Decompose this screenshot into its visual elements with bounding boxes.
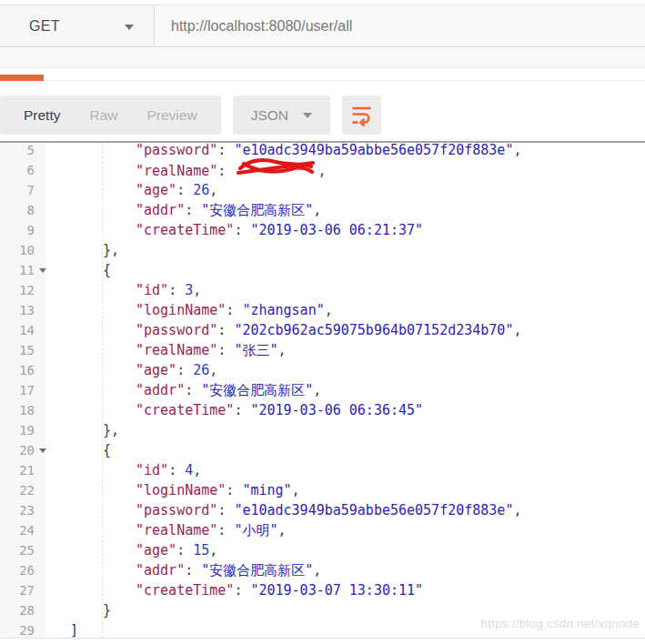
line-number: 20 <box>19 443 35 458</box>
code-line: 14"password": "202cb962ac59075b964b07152… <box>0 320 645 340</box>
line-number: 17 <box>19 383 35 397</box>
code-line: 20{ <box>0 440 645 460</box>
gutter-cell: 19 <box>0 420 45 440</box>
code-line-text: "realName": "小明", <box>45 520 645 540</box>
gutter-cell: 8 <box>0 200 45 220</box>
url-bar: GET http://localhost:8080/user/all <box>0 5 645 47</box>
language-select[interactable]: JSON <box>233 96 330 135</box>
url-input[interactable]: http://localhost:8080/user/all <box>155 5 645 46</box>
code-line-text: "createTime": "2019-03-07 13:30:11" <box>45 580 645 600</box>
gutter-cell: 23 <box>0 500 45 520</box>
line-number: 19 <box>19 423 35 438</box>
code-line-text: "age": 15, <box>45 540 645 560</box>
text-wrap-button[interactable] <box>342 96 381 135</box>
code-line: 25"age": 15, <box>0 540 645 560</box>
code-line: 26"addr": "安徽合肥高新区", <box>0 560 645 580</box>
line-number: 13 <box>19 303 35 317</box>
code-line-text: { <box>45 260 645 280</box>
view-mode-group: Pretty Raw Preview <box>0 96 221 135</box>
gutter-cell: 9 <box>0 220 45 240</box>
gutter-cell: 26 <box>0 560 45 580</box>
gutter-cell: 13 <box>0 300 45 320</box>
gutter-cell: 20 <box>0 440 45 460</box>
gutter-cell: 11 <box>0 260 45 280</box>
code-line-text: "loginName": "zhangsan", <box>45 300 645 320</box>
active-tab-indicator <box>0 75 44 81</box>
gutter-cell: 15 <box>0 340 45 360</box>
gutter-cell: 6 <box>0 160 45 180</box>
method-label: GET <box>29 18 60 35</box>
gutter-cell: 5 <box>0 141 45 160</box>
response-meta-strip <box>0 48 645 68</box>
text-wrap-icon <box>350 104 373 127</box>
divider <box>0 80 645 81</box>
gutter-cell: 10 <box>0 240 45 260</box>
line-number: 6 <box>27 163 35 177</box>
line-number: 7 <box>27 183 35 197</box>
gutter-cell: 27 <box>0 580 45 600</box>
code-line: 23"password": "e10adc3949ba59abbe56e057f… <box>0 500 645 520</box>
code-line-text: "realName": , <box>45 160 645 180</box>
line-number: 15 <box>19 343 35 357</box>
code-line: 16"age": 26, <box>0 360 645 380</box>
method-select[interactable]: GET <box>0 5 155 46</box>
tab-preview[interactable]: Preview <box>133 107 212 124</box>
gutter-cell: 12 <box>0 280 45 300</box>
line-number: 29 <box>19 623 35 638</box>
line-number: 10 <box>19 243 35 257</box>
gutter-cell: 14 <box>0 320 45 340</box>
response-body-panel: 5"password": "e10adc3949ba59abbe56e057f2… <box>0 141 645 639</box>
line-number: 12 <box>19 283 35 297</box>
gutter-cell: 21 <box>0 460 45 480</box>
code-line: 15"realName": "张三", <box>0 340 645 360</box>
language-select-value: JSON <box>251 107 288 124</box>
redaction-scribble <box>236 156 316 182</box>
code-line: 21"id": 4, <box>0 460 645 480</box>
gutter-cell: 28 <box>0 600 45 620</box>
code-line: 11{ <box>0 260 645 280</box>
code-line-text: "createTime": "2019-03-06 06:36:45" <box>45 400 645 420</box>
code-line-text: "realName": "张三", <box>45 340 645 360</box>
code-line-text: "age": 26, <box>45 360 645 380</box>
line-number: 23 <box>19 503 35 518</box>
code-line: 27"createTime": "2019-03-07 13:30:11" <box>0 580 645 600</box>
tab-pretty[interactable]: Pretty <box>9 107 75 124</box>
code-line-text: }, <box>45 240 645 260</box>
line-number: 9 <box>27 223 35 237</box>
tab-raw[interactable]: Raw <box>75 107 132 124</box>
gutter-cell: 29 <box>0 620 45 639</box>
code-line: 19}, <box>0 420 645 440</box>
gutter-cell: 25 <box>0 540 45 560</box>
line-number: 24 <box>19 523 35 538</box>
line-number: 5 <box>27 143 35 157</box>
line-number: 8 <box>27 203 35 217</box>
code-line-text: "createTime": "2019-03-06 06:21:37" <box>45 220 645 240</box>
line-number: 25 <box>19 543 35 558</box>
code-line-text: "age": 26, <box>45 180 645 200</box>
fold-caret-icon[interactable] <box>39 448 46 453</box>
code-line-text: "password": "e10adc3949ba59abbe56e057f20… <box>45 141 645 160</box>
code-line-text: "loginName": "ming", <box>45 480 645 500</box>
code-line-text: }, <box>45 420 645 440</box>
code-line-text: "addr": "安徽合肥高新区", <box>45 560 645 580</box>
code-line-text: "addr": "安徽合肥高新区", <box>45 200 645 220</box>
chevron-down-icon <box>303 113 312 118</box>
code-line: 6"realName": , <box>0 160 645 180</box>
line-number: 28 <box>19 603 35 618</box>
code-line: 7"age": 26, <box>0 180 645 200</box>
line-number: 16 <box>19 363 35 377</box>
code-line-text: "id": 3, <box>45 280 645 300</box>
code-line-text: { <box>45 440 645 460</box>
chevron-down-icon <box>125 25 134 30</box>
gutter-cell: 17 <box>0 380 45 400</box>
url-text: http://localhost:8080/user/all <box>171 18 352 35</box>
code-line: 22"loginName": "ming", <box>0 480 645 500</box>
code-line: 5"password": "e10adc3949ba59abbe56e057f2… <box>0 141 645 160</box>
code-line: 18"createTime": "2019-03-06 06:36:45" <box>0 400 645 420</box>
gutter-cell: 18 <box>0 400 45 420</box>
gutter-cell: 7 <box>0 180 45 200</box>
response-view-toolbar: Pretty Raw Preview JSON <box>0 96 381 135</box>
code-line: 17"addr": "安徽合肥高新区", <box>0 380 645 400</box>
fold-caret-icon[interactable] <box>39 268 46 273</box>
line-number: 21 <box>19 463 35 478</box>
